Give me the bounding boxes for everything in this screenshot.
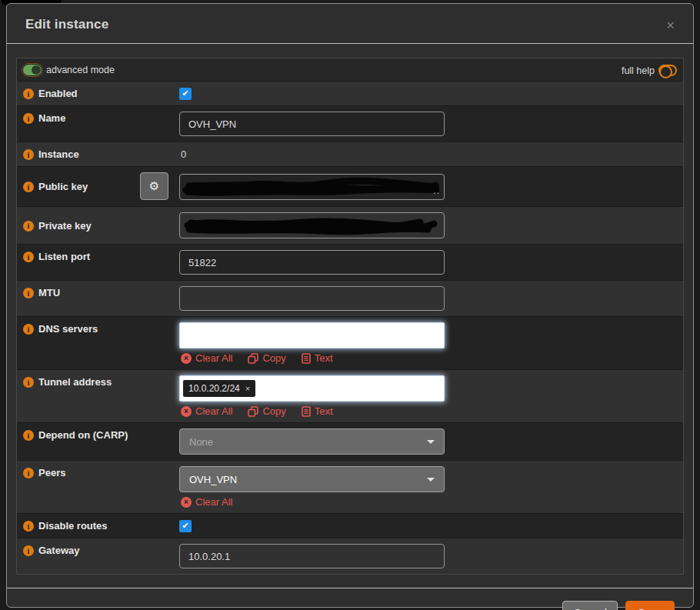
- full-help-toggle-icon[interactable]: [658, 65, 677, 76]
- tunnel-address-input[interactable]: 10.0.20.2/24×: [179, 375, 445, 402]
- disable-routes-checkbox[interactable]: ✔: [179, 520, 192, 532]
- field-label: Listen port: [38, 251, 90, 262]
- redacted-value-scribble: [182, 176, 439, 198]
- info-icon[interactable]: i: [23, 377, 34, 388]
- advanced-mode-toggle-icon[interactable]: [23, 65, 42, 75]
- field-label: Name: [38, 112, 65, 124]
- copy-link[interactable]: Copy: [248, 405, 285, 417]
- info-icon[interactable]: i: [23, 288, 34, 298]
- clear-all-link[interactable]: × Clear All: [181, 496, 232, 508]
- field-row-private-key: i Private key: [17, 207, 683, 245]
- dialog-footer: Cancel Save: [7, 588, 693, 610]
- copy-link[interactable]: Copy: [248, 352, 285, 364]
- dns-servers-input[interactable]: [179, 322, 445, 348]
- field-row-name: i Name: [17, 106, 683, 142]
- enabled-checkbox[interactable]: ✔: [179, 88, 192, 100]
- info-icon[interactable]: i: [23, 468, 34, 478]
- peers-select[interactable]: OVH_VPN: [179, 466, 445, 492]
- dns-servers-actions: × Clear All Copy: [179, 352, 333, 364]
- listen-port-input[interactable]: [179, 250, 445, 275]
- field-label: Gateway: [38, 545, 79, 556]
- field-row-gateway: i Gateway: [17, 538, 683, 574]
- cancel-button[interactable]: Cancel: [562, 601, 618, 610]
- info-icon[interactable]: i: [23, 430, 34, 441]
- private-key-input[interactable]: [179, 212, 445, 238]
- full-help-label: full help: [622, 65, 655, 76]
- file-text-icon: [302, 353, 311, 364]
- info-icon[interactable]: i: [23, 545, 34, 556]
- tunnel-address-actions: × Clear All Copy: [179, 405, 333, 417]
- info-icon[interactable]: i: [23, 324, 34, 335]
- name-input[interactable]: [179, 112, 445, 136]
- instance-value: 0: [179, 148, 186, 160]
- close-icon[interactable]: ×: [666, 18, 675, 32]
- clear-all-icon: ×: [181, 353, 192, 364]
- clear-all-icon: ×: [181, 497, 192, 508]
- field-row-peers: i Peers OVH_VPN × Clear All: [17, 461, 683, 514]
- field-label: Private key: [38, 220, 92, 232]
- mtu-input[interactable]: [179, 286, 445, 311]
- dialog-header: Edit instance ×: [7, 4, 693, 44]
- form-options-bar: advanced mode full help: [17, 58, 683, 82]
- field-row-enabled: i Enabled ✔: [17, 82, 683, 106]
- field-label: Disable routes: [38, 520, 108, 532]
- instance-form: advanced mode full help i Enabled ✔: [16, 58, 684, 575]
- dialog-title: Edit instance: [25, 17, 108, 32]
- field-label: DNS servers: [38, 323, 98, 335]
- file-text-icon: [302, 406, 311, 417]
- info-icon[interactable]: i: [23, 182, 34, 192]
- dialog-body: advanced mode full help i Enabled ✔: [7, 44, 693, 575]
- generate-key-gear-icon[interactable]: ⚙: [140, 172, 168, 200]
- edit-instance-dialog: Edit instance × advanced mode full help …: [6, 3, 694, 608]
- text-link[interactable]: Text: [302, 352, 333, 364]
- remove-token-icon[interactable]: ×: [245, 384, 250, 393]
- field-row-disable-routes: i Disable routes ✔: [17, 514, 683, 538]
- info-icon[interactable]: i: [23, 149, 34, 160]
- copy-icon: [248, 406, 258, 417]
- copy-icon: [248, 353, 258, 364]
- field-label: MTU: [38, 287, 60, 298]
- depend-carp-select[interactable]: None: [179, 428, 445, 455]
- text-link[interactable]: Text: [302, 405, 333, 417]
- advanced-mode-label: advanced mode: [46, 65, 115, 75]
- field-label: Depend on (CARP): [38, 429, 128, 441]
- public-key-input[interactable]: ..: [179, 174, 445, 200]
- save-button[interactable]: Save: [625, 601, 675, 610]
- clear-all-link[interactable]: × Clear All: [181, 352, 232, 364]
- field-row-dns-servers: i DNS servers × Clear All: [17, 317, 683, 370]
- clear-all-icon: ×: [181, 406, 192, 417]
- field-row-mtu: i MTU: [17, 281, 683, 317]
- full-help-control[interactable]: full help: [622, 63, 677, 77]
- clear-all-link[interactable]: × Clear All: [181, 405, 232, 417]
- info-icon[interactable]: i: [23, 113, 34, 124]
- field-label: Enabled: [38, 88, 78, 99]
- info-icon[interactable]: i: [23, 221, 34, 232]
- tunnel-address-token: 10.0.20.2/24×: [183, 380, 255, 397]
- info-icon[interactable]: i: [23, 521, 34, 532]
- field-label: Public key: [38, 181, 88, 192]
- chevron-down-icon: [427, 440, 435, 444]
- peers-actions: × Clear All: [179, 496, 232, 508]
- field-row-depend-carp: i Depend on (CARP) None: [17, 423, 683, 461]
- field-row-listen-port: i Listen port: [17, 245, 683, 281]
- field-label: Instance: [38, 148, 79, 160]
- info-icon[interactable]: i: [23, 88, 34, 99]
- gateway-input[interactable]: [179, 544, 445, 568]
- advanced-mode-control[interactable]: advanced mode: [23, 65, 115, 75]
- field-row-instance: i Instance 0: [17, 142, 683, 167]
- redacted-value-scribble: [182, 215, 439, 236]
- overflow-indicator: ..: [433, 185, 440, 196]
- info-icon[interactable]: i: [23, 252, 34, 262]
- field-label: Peers: [38, 467, 65, 478]
- field-label: Tunnel address: [38, 376, 112, 388]
- chevron-down-icon: [427, 478, 435, 482]
- field-row-public-key: i Public key ⚙ ..: [17, 167, 683, 207]
- field-row-tunnel-address: i Tunnel address 10.0.20.2/24× × Clear A…: [17, 370, 683, 423]
